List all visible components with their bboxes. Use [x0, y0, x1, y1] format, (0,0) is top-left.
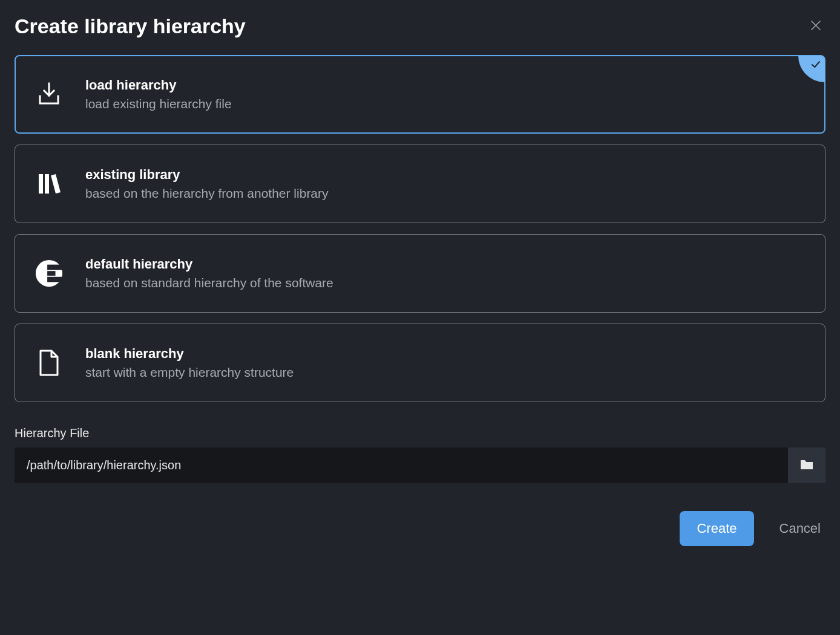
hierarchy-file-label: Hierarchy File: [15, 426, 825, 440]
svg-rect-3: [47, 265, 64, 270]
option-title: default hierarchy: [85, 256, 333, 272]
option-text: load hierarchy load existing hierarchy f…: [85, 77, 232, 111]
option-existing-library[interactable]: existing library based on the hierarchy …: [15, 145, 825, 223]
cancel-button[interactable]: Cancel: [775, 511, 825, 546]
blank-file-icon: [34, 348, 64, 377]
option-text: default hierarchy based on standard hier…: [85, 256, 333, 290]
check-icon: [810, 59, 821, 73]
create-hierarchy-dialog: Create library hierarchy: [0, 0, 840, 635]
hierarchy-file-input[interactable]: [15, 448, 788, 483]
option-text: blank hierarchy start with a empty hiera…: [85, 346, 294, 380]
option-description: load existing hierarchy file: [85, 97, 232, 111]
close-button[interactable]: [806, 16, 825, 37]
option-default-hierarchy[interactable]: default hierarchy based on standard hier…: [15, 234, 825, 313]
option-list: load hierarchy load existing hierarchy f…: [15, 55, 825, 402]
svg-rect-1: [45, 174, 49, 194]
option-load-hierarchy[interactable]: load hierarchy load existing hierarchy f…: [15, 55, 825, 134]
hierarchy-file-field: Hierarchy File: [15, 426, 825, 483]
dialog-title: Create library hierarchy: [15, 15, 246, 38]
create-button[interactable]: Create: [680, 511, 753, 546]
svg-rect-5: [47, 277, 64, 282]
path-row: [15, 448, 825, 483]
svg-rect-0: [39, 174, 43, 194]
library-books-icon: [34, 169, 64, 198]
option-description: based on standard hierarchy of the softw…: [85, 276, 333, 290]
browse-button[interactable]: [788, 448, 825, 483]
folder-icon: [800, 458, 813, 472]
option-title: load hierarchy: [85, 77, 232, 93]
dialog-footer: Create Cancel: [15, 511, 825, 546]
option-text: existing library based on the hierarchy …: [85, 167, 329, 201]
app-logo-icon: [34, 259, 64, 288]
svg-rect-4: [47, 271, 55, 276]
download-icon: [34, 80, 64, 109]
close-icon: [810, 19, 822, 33]
option-description: start with a empty hierarchy structure: [85, 365, 294, 380]
option-description: based on the hierarchy from another libr…: [85, 186, 329, 201]
option-title: blank hierarchy: [85, 346, 294, 362]
dialog-header: Create library hierarchy: [15, 15, 825, 38]
option-title: existing library: [85, 167, 329, 183]
option-blank-hierarchy[interactable]: blank hierarchy start with a empty hiera…: [15, 324, 825, 402]
selected-corner: [798, 56, 825, 82]
